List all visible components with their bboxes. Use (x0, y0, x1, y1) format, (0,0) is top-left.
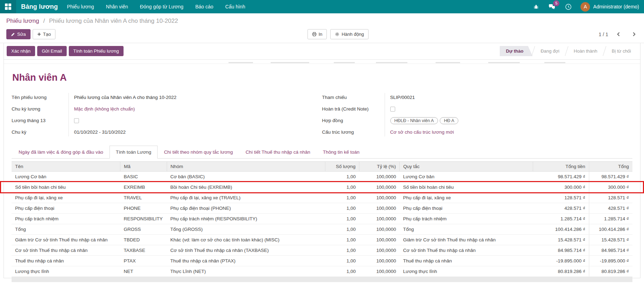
apps-menu-button[interactable] (0, 0, 16, 13)
edit-button[interactable]: Sửa (6, 29, 31, 39)
table-cell: 84.985.714 ₫ (533, 245, 589, 256)
activities-clock-icon[interactable] (564, 3, 572, 11)
contract-tag[interactable]: HĐ A (440, 117, 458, 124)
create-button[interactable]: Tạo (33, 29, 55, 39)
plus-icon (37, 32, 41, 36)
table-cell: 15.428.571 ₫ (589, 235, 632, 245)
table-cell: Thực Lĩnh (NET) (167, 266, 325, 277)
tab-4[interactable]: Chi tiết Thuế thu nhập cá nhân (239, 146, 317, 159)
column-header[interactable]: Mã (120, 162, 167, 172)
contract-tag[interactable]: HĐLĐ - Nhân viên A (390, 117, 438, 124)
table-row[interactable]: Số tiền bồi hoàn chi tiêuEXREIMBBồi hoàn… (12, 182, 632, 193)
table-cell: -19.895.000 ₫ (533, 256, 589, 266)
column-header[interactable]: Tỷ lệ (%) (359, 162, 400, 172)
app-title[interactable]: Bảng lương (21, 3, 58, 11)
debug-bug-icon[interactable] (532, 3, 540, 11)
statusbar-row: Xác nhận Gửi Email Tính toán Phiếu lương… (4, 43, 640, 60)
record-buttons: Sửa Tạo (6, 29, 55, 39)
control-panel: Sửa Tạo In Hành động 1 / 1 (0, 27, 644, 43)
table-cell: 1,00 (325, 214, 359, 224)
table-row[interactable]: Giảm trừ Cơ sở tính Thuế thu nhập cá nhâ… (12, 235, 632, 245)
field-label: Tham chiếu (322, 95, 385, 100)
table-cell: PTAX (120, 256, 167, 266)
table-row[interactable]: Phụ cấp trách nhiệmRESPONSIBILITYPhụ cấp… (12, 214, 632, 224)
table-row[interactable]: Thuế thu nhập cá nhânPTAXThuế thu nhập c… (12, 256, 632, 266)
column-header[interactable]: Tổng tiền (533, 162, 589, 172)
column-header[interactable]: Số lượng (325, 162, 359, 172)
status-stage-1[interactable]: Dự thảo (500, 46, 533, 56)
nav-menu-item[interactable]: Cấu hình (225, 4, 245, 9)
column-header[interactable]: Nhóm (167, 162, 325, 172)
nav-menu-item[interactable]: Phiếu lương (67, 4, 94, 9)
table-row[interactable]: Phụ cấp điện thoạiPHONEPhụ cấp điện thoạ… (12, 203, 632, 214)
print-button[interactable]: In (307, 29, 327, 39)
table-cell: 84.985.714 ₫ (589, 245, 632, 256)
breadcrumb-parent-link[interactable]: Phiếu lương (6, 18, 39, 24)
column-header[interactable]: Tên (12, 162, 120, 172)
tab-2[interactable]: Tính toán Lương (109, 146, 158, 159)
tab-5[interactable]: Thông tin kế toán (317, 146, 366, 159)
table-row[interactable]: Cơ sở tính Thuế thu nhập cá nhânTAXBASEC… (12, 245, 632, 256)
table-cell: 128.571 ₫ (589, 193, 632, 203)
tag-list: HĐLĐ - Nhân viên AHĐ A (385, 117, 459, 124)
table-row[interactable]: Phụ cấp đi lại, xăng xeTRAVELPhụ cấp đi … (12, 193, 632, 203)
table-cell: 300.000 ₫ (533, 182, 589, 193)
status-stage-3[interactable]: Hoàn thành (567, 46, 604, 56)
navbar-systray: 5 A Administrator (demo) (532, 2, 639, 12)
field-label: Hoàn trả (Credit Note) (322, 106, 385, 112)
table-cell: 98.571.429 ₫ (589, 172, 632, 182)
table-cell: Phụ cấp trách nhiệm (12, 214, 120, 224)
messages-icon[interactable]: 5 (548, 3, 556, 11)
pager-next-button[interactable] (630, 31, 638, 38)
field-value-link[interactable]: Cơ sở cho cấu trúc lương mới (385, 129, 454, 135)
column-header[interactable]: Quy tắc (400, 162, 533, 172)
status-stage-2[interactable]: Đang đợi (534, 46, 565, 56)
field-value: Phiếu lương của Nhân viên A cho tháng 10… (68, 95, 177, 100)
table-cell: Phụ cấp đi lại, xăng xe (TRAVEL) (167, 193, 325, 203)
table-cell: Tổng (400, 224, 533, 235)
pager-counter: 1 / 1 (599, 32, 608, 37)
table-cell: Phụ cấp trách nhiệm (RESPONSIBILITY) (167, 214, 325, 224)
compute-payslip-button[interactable]: Tính toán Phiếu lương (69, 46, 124, 56)
action-menu-button[interactable]: Hành động (330, 29, 369, 39)
status-stage-4[interactable]: Bị từ chối (605, 46, 637, 56)
form-field-groups: Tên phiếu lươngPhiếu lương của Nhân viên… (12, 92, 632, 138)
checkbox[interactable] (74, 118, 79, 123)
table-cell: 80.819.286 ₫ (533, 266, 589, 277)
table-cell: TRAVEL (120, 193, 167, 203)
table-cell: 100,0000 (359, 193, 400, 203)
field-value: 01/10/2022 - 31/10/2022 (68, 129, 126, 135)
field-value-link[interactable]: Mặc định (không lệch chuẩn) (68, 106, 135, 112)
status-pipeline: Dự thảoĐang đợiHoàn thànhBị từ chối (500, 46, 637, 56)
tab-3[interactable]: Chi tiết theo nhóm quy tắc lương (158, 146, 239, 159)
table-cell: 1,00 (325, 224, 359, 235)
table-cell: 1,00 (325, 182, 359, 193)
column-header[interactable]: Tổng (589, 162, 632, 172)
confirm-button[interactable]: Xác nhận (7, 46, 35, 56)
checkbox[interactable] (390, 107, 395, 112)
table-row[interactable]: TổngGROSSTổng (GROSS)1,00100,0000Tổng100… (12, 224, 632, 235)
field-label: Chu kỳ lương (12, 106, 68, 112)
table-cell: -19.895.000 ₫ (589, 256, 632, 266)
send-email-button[interactable]: Gửi Email (37, 46, 67, 56)
nav-menu-item[interactable]: Đóng góp từ Lương (140, 4, 184, 9)
table-cell: 100,0000 (359, 235, 400, 245)
table-row[interactable]: Lương thực lĩnhNETThực Lĩnh (NET)1,00100… (12, 266, 632, 277)
breadcrumb: Phiếu lương / Phiếu lương của Nhân viên … (0, 13, 644, 27)
field-row: Cấu trúc lươngCơ sở cho cấu trúc lương m… (322, 126, 633, 138)
salary-computation-table-wrap: TênMãNhómSố lượngTỷ lệ (%)Quy tắcTổng ti… (12, 161, 632, 282)
nav-menu-item[interactable]: Nhân viên (106, 4, 128, 9)
table-row[interactable]: Lương Cơ bảnBASICCơ bản (BASIC)1,00100,0… (12, 172, 632, 182)
field-label: Hợp đồng (322, 118, 385, 123)
user-menu[interactable]: A Administrator (demo) (580, 2, 639, 12)
table-cell: Giảm trừ Cơ sở tính Thuế thu nhập cá nhâ… (12, 235, 120, 245)
table-cell: Phụ cấp điện thoại (400, 203, 533, 214)
table-cell: 100,0000 (359, 266, 400, 277)
table-cell: Thuế thu nhập cá nhân (12, 256, 120, 266)
pager-previous-button[interactable] (615, 31, 622, 38)
field-row: Chu kỳ lươngMặc định (không lệch chuẩn) (12, 103, 322, 115)
tab-1[interactable]: Ngày đã làm việc & đóng góp & đầu vào (12, 146, 109, 159)
nav-menu-item[interactable]: Báo cáo (195, 4, 213, 9)
table-cell: 1,00 (325, 266, 359, 277)
table-cell: Lương Cơ bản (400, 172, 533, 182)
